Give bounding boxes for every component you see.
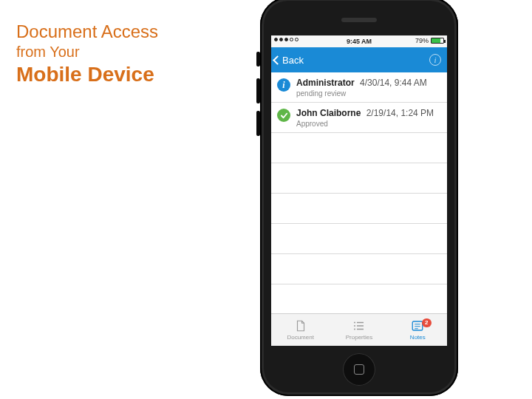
list-item-empty [271, 224, 447, 254]
tab-properties[interactable]: Properties [330, 314, 388, 346]
status-bar: 9:45 AM 79% [271, 35, 447, 47]
home-button[interactable] [343, 353, 375, 386]
back-button[interactable]: Back [271, 55, 304, 66]
status-time: 9:45 AM [347, 38, 372, 45]
phone-side-button [256, 111, 260, 136]
row-status: pending review [296, 89, 440, 98]
list-item[interactable]: i Administrator 4/30/14, 9:44 AM pending… [271, 72, 447, 103]
chevron-left-icon [273, 55, 282, 65]
list-item-empty [271, 254, 447, 284]
phone-earpiece [341, 18, 377, 22]
phone-side-button [256, 78, 260, 103]
tab-label: Properties [346, 334, 372, 341]
svg-point-0 [354, 322, 355, 324]
tab-bar: Document Properties 2 Notes [271, 313, 447, 346]
list-item[interactable]: John Claiborne 2/19/14, 1:24 PM Approved [271, 103, 447, 133]
title-line-1: Document Access [16, 21, 158, 43]
phone-screen: 9:45 AM 79% Back i i Administrator 4/30/… [271, 35, 447, 346]
tab-document[interactable]: Document [271, 314, 330, 346]
svg-point-2 [354, 329, 355, 330]
home-square-icon [354, 364, 364, 375]
list-icon [352, 319, 366, 332]
nav-bar: Back i [271, 47, 447, 72]
tab-label: Document [287, 334, 313, 341]
tab-label: Notes [410, 334, 426, 341]
tab-notes[interactable]: 2 Notes [389, 314, 447, 346]
check-circle-icon [277, 109, 290, 122]
empty-rows [271, 133, 447, 315]
battery-percent: 79% [415, 37, 429, 44]
info-circle-icon: i [277, 78, 290, 92]
title-line-2: from Your [16, 43, 158, 61]
list-item-empty [271, 284, 447, 315]
title-line-3: Mobile Device [16, 61, 158, 87]
notes-badge: 2 [422, 318, 431, 327]
row-name: John Claiborne [296, 108, 361, 118]
row-status: Approved [296, 120, 440, 128]
phone-frame: 9:45 AM 79% Back i i Administrator 4/30/… [260, 0, 458, 396]
svg-point-1 [354, 325, 355, 327]
row-date: 2/19/14, 1:24 PM [366, 108, 434, 118]
list-item-empty [271, 133, 447, 163]
row-date: 4/30/14, 9:44 AM [360, 78, 427, 88]
phone-side-button [256, 52, 260, 66]
document-icon [293, 319, 308, 332]
info-icon[interactable]: i [429, 54, 441, 66]
list-item-empty [271, 194, 447, 224]
row-name: Administrator [296, 78, 355, 88]
slide-title: Document Access from Your Mobile Device [16, 21, 158, 87]
battery-icon [431, 38, 444, 44]
list-item-empty [271, 163, 447, 194]
signal-dots-icon [274, 38, 299, 41]
notes-list: i Administrator 4/30/14, 9:44 AM pending… [271, 72, 447, 315]
back-label: Back [282, 55, 304, 66]
